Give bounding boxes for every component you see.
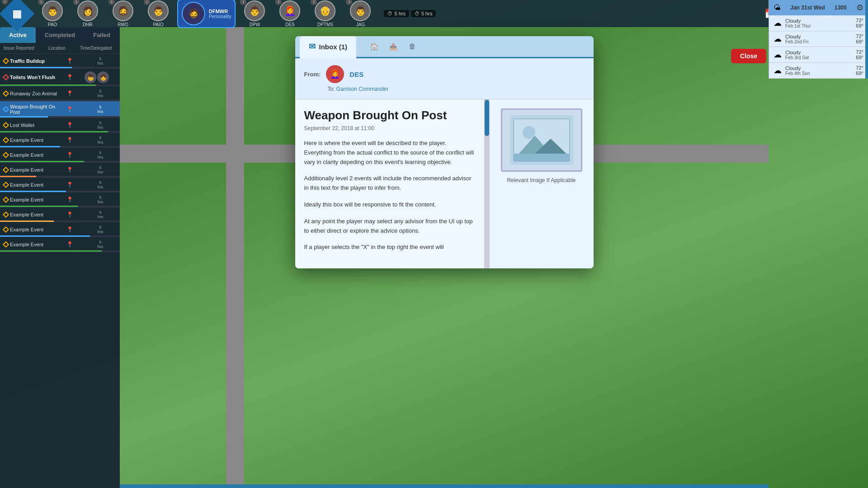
message-paragraph-4: If a player selects the "X" in the top r…	[304, 243, 475, 252]
time-col-9: 5 hrs	[85, 195, 116, 204]
weather-header: 🌤 Jan 31st Wed 1300 ⚙	[769, 0, 868, 15]
loc-icon-1: 📍	[66, 74, 85, 80]
advisor-dpw[interactable]: i 👨 DPW	[238, 0, 271, 27]
progress-bar-3	[0, 116, 48, 117]
advisor-paio-label: PAIO	[153, 22, 163, 27]
priority-icon-3	[3, 106, 9, 113]
item-name-8: Example Event	[4, 182, 66, 188]
message-header: From: 👩‍🦰 DES To: Garrison Commander	[295, 58, 594, 99]
time-badge-2-value: 5 hrs	[421, 11, 432, 16]
advisor-pao[interactable]: i 👨 PAO	[36, 0, 69, 27]
time-col-3: 5 hrs	[85, 105, 116, 114]
loc-icon-0: 📍	[66, 58, 85, 64]
list-item[interactable]: Traffic Buildup 📍 5 hrs	[0, 54, 120, 69]
info-badge-des: i	[275, 0, 282, 5]
weather-low-1: 69°	[856, 23, 863, 28]
priority-icon-1	[3, 74, 9, 80]
item-name-7: Example Event	[4, 167, 66, 173]
list-item[interactable]: Example Event 📍 5 hrs	[0, 148, 120, 163]
priority-icon-6	[3, 152, 9, 158]
list-item[interactable]: Toilets Won't Flush 📍 👦 👧	[0, 69, 120, 86]
scroll-bar[interactable]	[484, 99, 490, 268]
sender-name[interactable]: DES	[349, 70, 363, 78]
progress-bg-11	[0, 235, 120, 237]
advisor-dfmwr-featured[interactable]: i 🧔 DFMWR Personality	[177, 0, 236, 28]
from-label: From:	[304, 71, 321, 78]
left-sidebar: Active Completed Failed Issue Reported L…	[0, 27, 120, 488]
advisor-dhr[interactable]: i 👩 DHR	[71, 0, 104, 27]
close-button[interactable]: Close	[731, 49, 766, 63]
time-col-12: 5 hrs	[85, 240, 116, 249]
loc-icon-7: 📍	[66, 167, 85, 173]
advisor-paio[interactable]: i 👨 PAIO	[142, 0, 175, 27]
time-col-4: 5 hrs	[85, 121, 116, 130]
weather-high-4: 72°	[856, 65, 863, 70]
advisor-rmo[interactable]: i 🧔 RMO	[107, 0, 139, 27]
list-item[interactable]: Runaway Zoo Animal 📍 5 hrs	[0, 86, 120, 101]
modal-overlay: ✉ Inbox (1) 🏠 📤 🗑 From: 👩‍🦰 DES	[120, 27, 769, 488]
item-name-9: Example Event	[4, 197, 66, 202]
info-badge-dptms: i	[311, 0, 317, 5]
advisor-dfmwr-info: DFMWR Personality	[209, 9, 231, 19]
tab-completed[interactable]: Completed	[36, 27, 84, 43]
time-col-2: 5 hrs	[85, 89, 116, 98]
outbox-icon-btn[interactable]: 📤	[386, 40, 401, 53]
progress-bg-7	[0, 176, 120, 177]
list-item[interactable]: Example Event 📍 5 hrs	[0, 207, 120, 222]
tab-failed[interactable]: Failed	[84, 27, 119, 43]
game-logo[interactable]: ▦	[0, 0, 34, 31]
weather-forecast-3: ☁ Cloudy Feb 3rd Sat 72° 69°	[769, 47, 868, 63]
priority-icon-2	[3, 90, 9, 97]
advisor-rmo-label: RMO	[118, 22, 128, 27]
list-item[interactable]: Example Event 📍 5 hrs	[0, 163, 120, 178]
progress-bg-3	[0, 116, 120, 117]
advisor-dfmwr-subtitle: Personality	[209, 14, 231, 19]
weather-high-2: 72°	[856, 33, 863, 39]
loc-icon-11: 📍	[66, 226, 85, 233]
sidebar-header: Issue Reported Location Time/Delegated	[0, 43, 120, 54]
advisor-rmo-avatar: 🧔	[113, 0, 133, 21]
progress-bg-4	[0, 131, 120, 132]
priority-icon-11	[3, 226, 9, 233]
list-item[interactable]: Example Event 📍 5 hrs	[0, 192, 120, 207]
to-name[interactable]: Garrison Commander	[336, 86, 388, 92]
list-item[interactable]: Example Event 📍 5 hrs	[0, 133, 120, 148]
list-item[interactable]: Example Event 📍 5 hrs	[0, 237, 120, 252]
list-item[interactable]: Lost Wallet 📍 5 hrs	[0, 118, 120, 133]
tab-inbox[interactable]: ✉ Inbox (1)	[300, 36, 357, 58]
loc-icon-2: 📍	[66, 90, 85, 97]
weather-icon-4: ☁	[774, 66, 782, 75]
weather-low-2: 69°	[856, 39, 863, 44]
time-col-11: 5 hrs	[85, 225, 116, 234]
trash-icon-btn[interactable]: 🗑	[405, 40, 420, 53]
weather-date-3: Feb 3rd Sat	[785, 55, 856, 60]
advisor-jag[interactable]: i 👨 JAG	[344, 0, 377, 27]
scroll-thumb[interactable]	[485, 100, 489, 136]
weather-condition-4: Cloudy	[785, 66, 856, 71]
sidebar-col-location: Location	[48, 46, 80, 51]
weather-date: Jan 31st Wed	[790, 5, 825, 11]
weather-date-4: Feb 4th Sun	[785, 71, 856, 76]
list-item[interactable]: Weapon Brought On Post 📍 5 hrs	[0, 101, 120, 118]
priority-icon-9	[3, 197, 9, 203]
time-badge-1: ⏱ 5 hrs	[384, 10, 409, 17]
list-item[interactable]: Example Event 📍 5 hrs	[0, 178, 120, 192]
logo-icon: ▦	[12, 8, 22, 19]
sidebar-list: Traffic Buildup 📍 5 hrs Toilets Won't Fl…	[0, 54, 120, 488]
advisor-dptms-avatar: 👴	[315, 0, 335, 21]
advisor-des[interactable]: i 👩‍🦰 DES	[274, 0, 306, 27]
priority-icon-10	[3, 211, 9, 218]
weather-settings-icon[interactable]: ⚙	[856, 3, 863, 13]
advisor-des-avatar: 👩‍🦰	[279, 0, 300, 21]
progress-bar-11	[0, 235, 90, 237]
info-badge-jag: i	[346, 0, 352, 5]
advisor-dhr-label: DHR	[83, 22, 93, 27]
progress-bar-9	[0, 206, 78, 207]
home-icon-btn[interactable]: 🏠	[367, 40, 382, 53]
list-item[interactable]: Example Event 📍 5 hrs	[0, 222, 120, 237]
weather-date-1: Feb 1st Thur	[785, 23, 856, 28]
advisor-des-label: DES	[285, 22, 295, 27]
sidebar-col-issue: Issue Reported	[4, 46, 48, 51]
advisor-dhr-avatar: 👩	[77, 0, 98, 21]
advisor-dptms[interactable]: i 👴 DPTMS	[309, 0, 341, 27]
